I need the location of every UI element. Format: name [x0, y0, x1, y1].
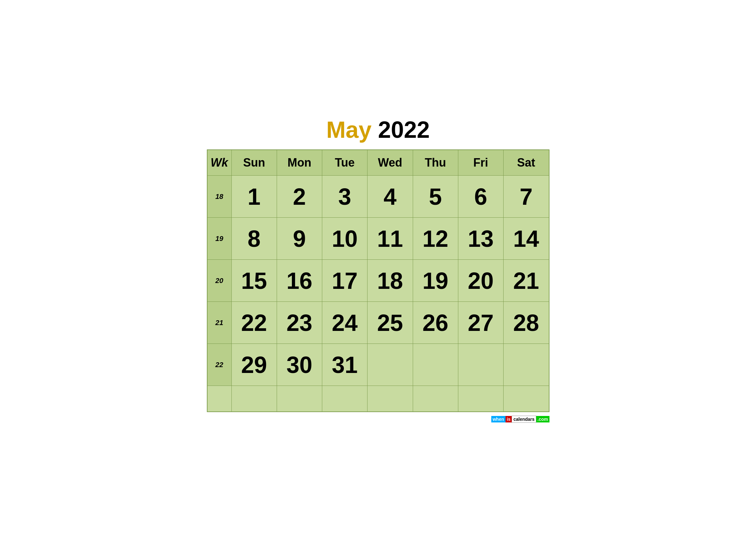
empty-wk-cell — [207, 386, 232, 412]
header-thu: Thu — [413, 150, 458, 176]
day-may-21: 21 — [503, 260, 549, 302]
calendar-header-row: Wk Sun Mon Tue Wed Thu Fri Sat — [207, 150, 549, 176]
day-may-23: 23 — [277, 302, 322, 344]
header-sat: Sat — [503, 150, 549, 176]
empty-cell-6 — [458, 386, 503, 412]
wk-22: 22 — [207, 344, 232, 386]
empty-cell-3 — [322, 386, 367, 412]
day-empty-4 — [503, 344, 549, 386]
day-may-4: 4 — [367, 176, 413, 218]
empty-cell-2 — [277, 386, 322, 412]
watermark-when: when — [491, 416, 505, 422]
watermark-is: is — [505, 416, 512, 422]
day-may-30: 30 — [277, 344, 322, 386]
day-may-3: 3 — [322, 176, 367, 218]
day-may-29: 29 — [231, 344, 277, 386]
day-may-2: 2 — [277, 176, 322, 218]
header-wk: Wk — [207, 150, 232, 176]
day-may-17: 17 — [322, 260, 367, 302]
wk-18: 18 — [207, 176, 232, 218]
day-may-1: 1 — [231, 176, 277, 218]
day-may-24: 24 — [322, 302, 367, 344]
page-wrapper: May 2022 Wk Sun Mon Tue Wed Thu Fri Sat … — [201, 110, 556, 425]
day-may-7: 7 — [503, 176, 549, 218]
empty-cell-1 — [231, 386, 277, 412]
wk-21: 21 — [207, 302, 232, 344]
day-empty-1 — [367, 344, 413, 386]
week-row-20: 20 15 16 17 18 19 20 21 — [207, 260, 549, 302]
header-mon: Mon — [277, 150, 322, 176]
header-fri: Fri — [458, 150, 503, 176]
week-row-21: 21 22 23 24 25 26 27 28 — [207, 302, 549, 344]
day-may-14: 14 — [503, 218, 549, 260]
day-may-25: 25 — [367, 302, 413, 344]
day-may-6: 6 — [458, 176, 503, 218]
calendar-title: May 2022 — [207, 116, 550, 143]
wk-20: 20 — [207, 260, 232, 302]
title-month: May — [326, 117, 371, 143]
watermark-calendars: calendars — [512, 416, 536, 423]
header-wed: Wed — [367, 150, 413, 176]
week-row-18: 18 1 2 3 4 5 6 7 — [207, 176, 549, 218]
header-tue: Tue — [322, 150, 367, 176]
day-may-22: 22 — [231, 302, 277, 344]
day-may-5: 5 — [413, 176, 458, 218]
day-may-8: 8 — [231, 218, 277, 260]
wk-19: 19 — [207, 218, 232, 260]
empty-row — [207, 386, 549, 412]
day-may-31: 31 — [322, 344, 367, 386]
empty-cell-7 — [503, 386, 549, 412]
day-may-16: 16 — [277, 260, 322, 302]
header-sun: Sun — [231, 150, 277, 176]
week-row-19: 19 8 9 10 11 12 13 14 — [207, 218, 549, 260]
calendar-table: Wk Sun Mon Tue Wed Thu Fri Sat 18 1 2 3 … — [207, 150, 550, 412]
week-row-22: 22 29 30 31 — [207, 344, 549, 386]
day-may-20: 20 — [458, 260, 503, 302]
empty-cell-4 — [367, 386, 413, 412]
day-may-19: 19 — [413, 260, 458, 302]
day-may-15: 15 — [231, 260, 277, 302]
day-may-28: 28 — [503, 302, 549, 344]
day-empty-2 — [413, 344, 458, 386]
day-may-10: 10 — [322, 218, 367, 260]
watermark[interactable]: wheniscalendars.com — [491, 417, 550, 422]
day-may-12: 12 — [413, 218, 458, 260]
empty-cell-5 — [413, 386, 458, 412]
title-year: 2022 — [378, 117, 430, 143]
day-may-9: 9 — [277, 218, 322, 260]
day-may-13: 13 — [458, 218, 503, 260]
day-may-11: 11 — [367, 218, 413, 260]
day-may-18: 18 — [367, 260, 413, 302]
day-may-27: 27 — [458, 302, 503, 344]
watermark-com: .com — [536, 416, 550, 422]
day-may-26: 26 — [413, 302, 458, 344]
day-empty-3 — [458, 344, 503, 386]
